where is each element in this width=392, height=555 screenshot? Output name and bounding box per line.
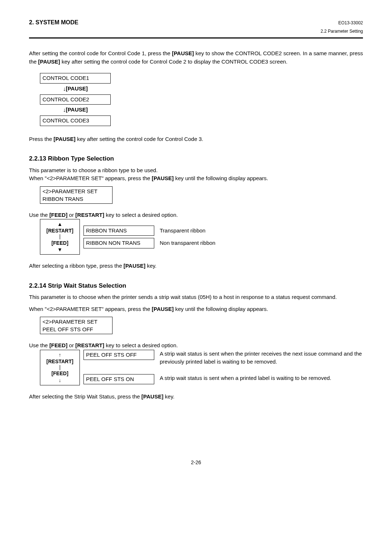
strip-parameter-display: <2>PARAMETER SET PEEL OFF STS OFF (40, 317, 113, 334)
section13-para2: When "<2>PARAMETER SET" appears, press t… (29, 174, 363, 183)
section14-para2: When "<2>PARAMETER SET" appears, press t… (29, 305, 363, 313)
ribbon-nontrans-option: RIBBON NON TRANS (83, 238, 154, 248)
header-section-label: 2.2 Parameter Setting (320, 28, 363, 35)
ribbon-trans-option: RIBBON TRANS (83, 226, 154, 236)
nav-keys-box: ↑ [RESTART] | [FEED] ↓ (40, 350, 80, 385)
feed-key-label: [FEED] (42, 369, 78, 377)
section-2-2-13-heading: 2.2.13 Ribbon Type Selection (29, 154, 363, 163)
up-arrow-icon: ↑ (42, 352, 78, 357)
after-flow-paragraph: Press the [PAUSE] key after setting the … (29, 135, 363, 143)
section13-instruction: Use the [FEED] or [RESTART] key to selec… (29, 211, 363, 219)
page-header: 2. SYSTEM MODE EO13-33002 (29, 18, 363, 27)
strip-options: PEEL OFF STS OFF A strip wait status is … (83, 350, 363, 385)
peel-off-row: PEEL OFF STS OFF A strip wait status is … (83, 350, 363, 366)
down-arrow-icon: ▼ (42, 247, 78, 252)
param-line1: <2>PARAMETER SET (42, 318, 110, 325)
feed-key-label: [FEED] (42, 239, 78, 247)
header-section: 2.2 Parameter Setting (29, 28, 363, 35)
pause-step-2: ↓[PAUSE] (40, 105, 111, 116)
param-line2: RIBBON TRANS (42, 195, 110, 203)
header-document-code: EO13-33002 (338, 20, 363, 26)
nav-keys-box: ▲ [RESTART] | [FEED] ▼ (40, 219, 80, 255)
peel-off-sts-on-option: PEEL OFF STS ON (83, 374, 154, 385)
page-number: 2-26 (29, 459, 363, 466)
control-code3-box: CONTROL CODE3 (40, 116, 111, 126)
peel-off-sts-off-option: PEEL OFF STS OFF (83, 350, 154, 360)
peel-off-sts-on-desc: A strip wait status is sent when a print… (160, 374, 363, 382)
ribbon-parameter-display: <2>PARAMETER SET RIBBON TRANS (40, 186, 113, 204)
control-code1-box: CONTROL CODE1 (40, 73, 111, 84)
section13-after: After selecting a ribbon type, press the… (29, 262, 363, 270)
ribbon-options: RIBBON TRANS Transparent ribbon RIBBON N… (83, 226, 215, 248)
ribbon-nontrans-row: RIBBON NON TRANS Non transparent ribbon (83, 238, 215, 248)
param-line2: PEEL OFF STS OFF (42, 325, 110, 333)
intro-paragraph: After setting the control code for Contr… (29, 49, 363, 66)
ribbon-trans-row: RIBBON TRANS Transparent ribbon (83, 226, 215, 236)
peel-on-row: PEEL OFF STS ON A strip wait status is s… (83, 374, 363, 385)
up-arrow-icon: ▲ (42, 222, 78, 227)
section14-instruction: Use the [FEED] or [RESTART] key to selec… (29, 341, 363, 350)
pause-step-1: ↓[PAUSE] (40, 84, 111, 94)
strip-option-block: ↑ [RESTART] | [FEED] ↓ PEEL OFF STS OFF … (40, 350, 363, 385)
section14-after: After selecting the Strip Wait Status, p… (29, 393, 363, 401)
header-title: 2. SYSTEM MODE (29, 18, 78, 27)
ribbon-nontrans-desc: Non transparent ribbon (160, 239, 215, 247)
control-code2-box: CONTROL CODE2 (40, 94, 111, 105)
section14-para1: This parameter is to choose when the pri… (29, 293, 363, 301)
ribbon-option-block: ▲ [RESTART] | [FEED] ▼ RIBBON TRANS Tran… (40, 219, 363, 255)
section-2-2-14-heading: 2.2.14 Strip Wait Status Selection (29, 281, 363, 291)
section13-para1: This parameter is to choose a ribbon typ… (29, 166, 363, 175)
peel-off-sts-off-desc: A strip wait status is sent when the pri… (160, 350, 363, 366)
ribbon-trans-desc: Transparent ribbon (160, 227, 205, 235)
down-arrow-icon: ↓ (42, 378, 78, 383)
param-line1: <2>PARAMETER SET (42, 187, 110, 195)
control-code-flow: CONTROL CODE1 ↓[PAUSE] CONTROL CODE2 ↓[P… (40, 73, 363, 126)
header-divider (29, 37, 363, 39)
